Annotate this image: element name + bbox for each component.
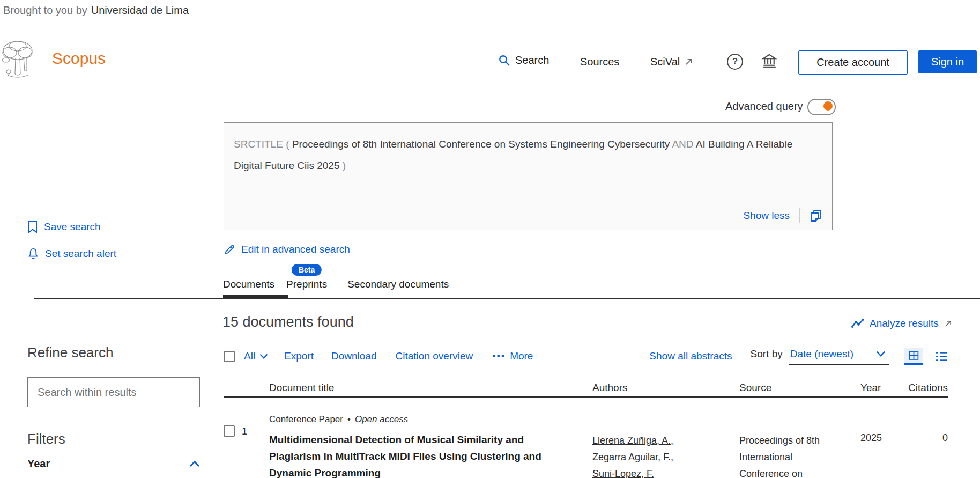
tab-secondary-documents[interactable]: Secondary documents (347, 278, 449, 298)
result-tabs: Documents Beta Preprints Secondary docum… (223, 278, 449, 298)
query-text: SRCTITLE ( Proceedings of 8th Internatio… (224, 123, 832, 177)
analyze-results-link[interactable]: Analyze results (851, 318, 952, 329)
table-header-divider (224, 396, 948, 398)
save-search-label: Save search (44, 221, 101, 233)
open-access-label: Open access (355, 414, 408, 424)
footer-divider (799, 208, 800, 223)
filter-year-section[interactable]: Year (27, 458, 200, 470)
year-value: 2025 (860, 432, 882, 444)
select-all-dropdown[interactable]: All (244, 350, 268, 362)
set-search-alert-link[interactable]: Set search alert (27, 247, 116, 260)
sort-by-label: Sort by (751, 348, 783, 359)
save-search-link[interactable]: Save search (27, 220, 101, 233)
download-button[interactable]: Download (331, 350, 377, 362)
row-checkbox[interactable] (224, 425, 235, 437)
query-box[interactable]: SRCTITLE ( Proceedings of 8th Internatio… (224, 122, 833, 230)
filter-year-label: Year (27, 458, 50, 470)
show-all-abstracts-link[interactable]: Show all abstracts (649, 350, 732, 362)
toggle-knob (823, 101, 833, 111)
bell-icon (27, 247, 39, 260)
grid-view-icon (908, 350, 919, 361)
banner-institution: Universidad de Lima (91, 4, 189, 16)
chevron-up-icon (189, 460, 200, 467)
scopus-wordmark: Scopus (52, 49, 106, 68)
meta-separator: • (347, 414, 351, 424)
sort-by-group: Sort byDate (newest) (751, 348, 889, 365)
citation-overview-button[interactable]: Citation overview (396, 350, 473, 362)
chevron-down-icon (259, 354, 268, 359)
tabs-divider (34, 298, 980, 299)
nav-sources[interactable]: Sources (580, 56, 619, 68)
sort-value: Date (newest) (790, 348, 853, 360)
document-type: Conference Paper (269, 414, 343, 424)
query-field: SRCTITLE (234, 138, 283, 150)
nav-sources-label: Sources (580, 56, 619, 68)
results-count: 15 documents found (222, 314, 354, 330)
more-button[interactable]: More (492, 350, 533, 362)
nav-search[interactable]: Search (498, 54, 549, 67)
advanced-query-toggle[interactable] (807, 99, 836, 115)
sort-select[interactable]: Date (newest) (789, 348, 889, 365)
column-authors: Authors (592, 382, 627, 394)
citations-count[interactable]: 0 (942, 432, 948, 443)
row-meta: Conference Paper•Open access (269, 414, 408, 425)
results-toolbar: All Export Download Citation overview Mo… (224, 348, 948, 365)
show-less-link[interactable]: Show less (743, 210, 790, 222)
grid-view-toggle[interactable] (904, 348, 923, 365)
more-label: More (510, 350, 533, 362)
search-within-results-input[interactable] (27, 377, 200, 407)
edit-advanced-search-label: Edit in advanced search (241, 244, 350, 255)
tab-secondary-label: Secondary documents (347, 278, 449, 290)
chevron-down-icon (876, 351, 886, 357)
column-year: Year (860, 382, 881, 394)
external-link-icon (944, 320, 952, 328)
table-row: 1 Conference Paper•Open access Multidime… (224, 411, 948, 478)
query-clause-1: Proceedings of 8th International Confere… (292, 138, 670, 150)
source-title[interactable]: Proceedings of 8th International Confere… (739, 432, 837, 478)
nav-scival[interactable]: SciVal (650, 56, 693, 68)
bookmark-icon (27, 220, 38, 233)
sign-in-button[interactable]: Sign in (918, 50, 977, 73)
nav-search-label: Search (515, 54, 549, 67)
create-account-button[interactable]: Create account (798, 50, 908, 75)
column-document-title: Document title (269, 382, 334, 394)
list-view-icon (935, 351, 948, 362)
tab-preprints-label: Preprints (286, 278, 327, 290)
edit-advanced-search-link[interactable]: Edit in advanced search (224, 243, 350, 256)
copy-query-icon[interactable] (810, 209, 822, 223)
banner-prefix: Brought to you by (3, 4, 87, 16)
export-button[interactable]: Export (284, 350, 314, 362)
row-index: 1 (242, 426, 247, 437)
select-all-checkbox[interactable] (224, 351, 235, 362)
set-search-alert-label: Set search alert (45, 248, 116, 260)
nav-scival-label: SciVal (650, 56, 680, 68)
tab-documents[interactable]: Documents (223, 278, 274, 298)
search-icon (498, 54, 510, 67)
filters-title: Filters (27, 431, 65, 447)
create-account-label: Create account (816, 56, 889, 69)
query-footer: Show less (743, 208, 822, 223)
institution-banner: Brought to you byUniversidad de Lima (3, 4, 189, 17)
query-operator: AND (672, 138, 693, 150)
advanced-query-label: Advanced query (725, 100, 803, 113)
pencil-icon (224, 243, 235, 256)
help-icon[interactable] (727, 54, 743, 70)
refine-search-title: Refine search (27, 344, 113, 361)
elsevier-tree-logo-icon (1, 39, 34, 85)
analyze-results-label: Analyze results (870, 318, 939, 329)
list-view-toggle[interactable] (935, 351, 948, 362)
beta-badge: Beta (292, 264, 322, 276)
query-close-paren: ) (343, 160, 346, 171)
author-link[interactable]: Suni-Lopez, F. (592, 466, 673, 478)
scopus-search-results-page: Brought to you byUniversidad de Lima Sco… (0, 0, 980, 478)
document-title-link[interactable]: Multidimensional Detection of Musical Si… (269, 431, 567, 478)
tab-preprints[interactable]: Beta Preprints (286, 278, 327, 298)
analyze-chart-icon (851, 318, 864, 329)
query-open-paren: ( (286, 138, 289, 150)
institution-access-icon[interactable] (761, 53, 777, 69)
author-link[interactable]: Llerena Zuñiga, A., (592, 432, 673, 449)
results-table-header: Document title Authors Source Year Citat… (224, 382, 948, 396)
author-link[interactable]: Zegarra Aguilar, F., (592, 449, 673, 466)
select-all-label: All (244, 350, 255, 362)
external-link-icon (685, 58, 693, 66)
